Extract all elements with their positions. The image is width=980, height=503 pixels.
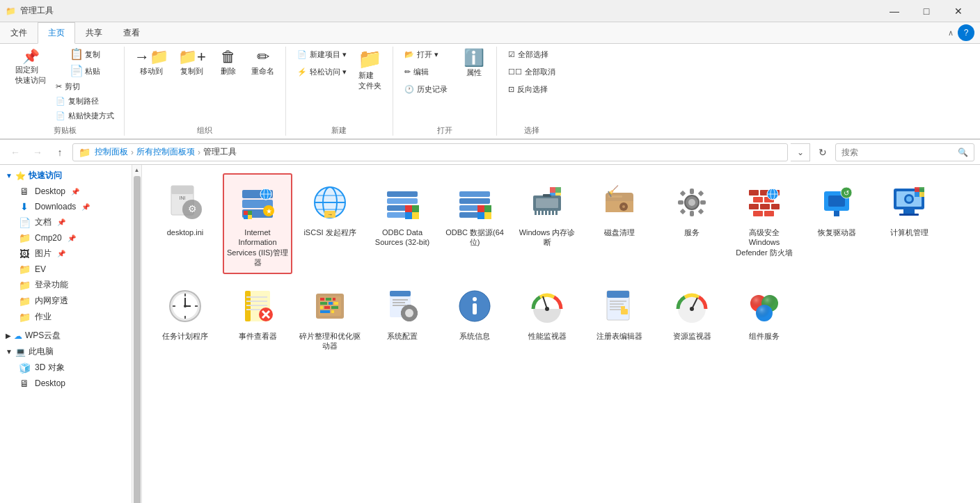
- tab-file[interactable]: 文件: [0, 22, 38, 44]
- ribbon-collapse[interactable]: ∧: [948, 29, 954, 38]
- event-name: 事件查看器: [239, 331, 277, 341]
- file-item-disk-clean[interactable]: 🧹 磁盘清理: [585, 173, 654, 274]
- desktop-ini-name: desktop.ini: [167, 227, 204, 237]
- file-item-defender[interactable]: 高级安全 Windows Defender 防火墙: [729, 173, 799, 274]
- scroll-up-arrow[interactable]: ▲: [132, 165, 142, 175]
- svg-rect-124: [333, 298, 335, 301]
- sidebar-item-3d[interactable]: 🧊 3D 对象: [0, 360, 132, 376]
- help-button[interactable]: ?: [958, 24, 974, 41]
- cut-icon: ✂: [56, 82, 62, 91]
- pin-button[interactable]: 📌 固定到快速访问: [11, 47, 50, 88]
- file-item-defrag[interactable]: 碎片整理和优化驱动器: [295, 277, 365, 358]
- deselect-all-button[interactable]: ☐☐ 全部取消: [503, 64, 561, 80]
- refresh-button[interactable]: ↻: [813, 143, 832, 162]
- back-button[interactable]: ←: [6, 143, 25, 162]
- file-item-odbc32[interactable]: ODBC Data Sources (32-bit): [368, 173, 437, 274]
- tab-view[interactable]: 查看: [113, 22, 150, 44]
- folder-icon: 📁: [79, 147, 90, 158]
- history-button[interactable]: 🕐 历史记录: [399, 81, 453, 97]
- svg-rect-82: [753, 211, 763, 216]
- sidebar-item-desktop[interactable]: 🖥 Desktop 📌: [0, 184, 132, 199]
- easy-access-button[interactable]: ⚡ 轻松访问 ▾: [292, 64, 352, 80]
- svg-rect-34: [459, 198, 490, 204]
- paste-button[interactable]: 📄 粘贴: [52, 63, 118, 79]
- forward-button[interactable]: →: [28, 143, 47, 162]
- sidebar-item-desktop2[interactable]: 🖥 Desktop: [0, 376, 132, 391]
- svg-rect-68: [678, 200, 683, 205]
- file-item-event[interactable]: 事件查看器: [223, 277, 292, 358]
- invert-selection-button[interactable]: ⊡ 反向选择: [503, 81, 561, 97]
- sidebar-3d-label: 3D 对象: [35, 362, 65, 374]
- svg-point-60: [622, 205, 625, 208]
- ribbon-group-open: 📂 打开 ▾ ✏ 编辑 🕐 历史记录 ℹ️ 属性: [393, 47, 497, 136]
- svg-rect-88: [828, 195, 845, 207]
- file-item-sysconfig[interactable]: 系统配置: [368, 277, 437, 358]
- file-item-iis[interactable]: ★ Internet Information Services (IIS)管理器: [223, 173, 292, 274]
- move-to-button[interactable]: →📁 移动到: [130, 47, 173, 79]
- file-item-resource[interactable]: 资源监视器: [657, 277, 727, 358]
- edit-button[interactable]: ✏ 编辑: [399, 64, 453, 80]
- paste-shortcut-button[interactable]: 📄 粘贴快捷方式: [52, 109, 118, 122]
- file-item-component[interactable]: 组件服务: [729, 277, 799, 358]
- minimize-button[interactable]: —: [878, 0, 910, 22]
- sidebar-item-cmp20[interactable]: 📁 Cmp20 📌: [0, 230, 132, 246]
- close-button[interactable]: ✕: [942, 0, 974, 22]
- sidebar-item-downloads[interactable]: ⬇ Downloads 📌: [0, 199, 132, 214]
- cut-button[interactable]: ✂ 剪切: [52, 80, 118, 93]
- sidebar-item-ev[interactable]: 📁 EV: [0, 262, 132, 277]
- file-item-desktop-ini[interactable]: ⚙ INI desktop.ini: [150, 173, 220, 274]
- file-item-memory[interactable]: Windows 内存诊断: [512, 173, 582, 274]
- sidebar-scrollbar[interactable]: ▲ ▼: [132, 165, 142, 503]
- sidebar-item-vpn[interactable]: 📁 内网穿透: [0, 293, 132, 309]
- downloads-icon: ⬇: [18, 201, 31, 212]
- sidebar-item-homework[interactable]: 📁 作业: [0, 309, 132, 325]
- file-item-odbc64[interactable]: ODBC 数据源(64 位): [440, 173, 509, 274]
- collapse-arrow[interactable]: ▼: [6, 172, 13, 179]
- svg-rect-134: [390, 291, 411, 296]
- file-item-computer-mgmt[interactable]: 计算机管理: [874, 173, 944, 274]
- file-item-iscsi[interactable]: → iSCSI 发起程序: [295, 173, 365, 274]
- sidebar-item-pictures[interactable]: 🖼 图片 📌: [0, 246, 132, 262]
- tab-home[interactable]: 主页: [38, 22, 75, 44]
- file-item-sysinfo[interactable]: 系统信息: [440, 277, 509, 358]
- svg-text:★: ★: [266, 207, 272, 215]
- sidebar-login-label: 登录功能: [35, 279, 68, 291]
- tab-share[interactable]: 共享: [75, 22, 113, 44]
- scroll-thumb[interactable]: [134, 176, 141, 503]
- svg-rect-140: [407, 305, 411, 308]
- sidebar-item-documents[interactable]: 📄 文档 📌: [0, 214, 132, 230]
- svg-rect-55: [550, 193, 555, 195]
- svg-rect-151: [607, 291, 629, 298]
- this-pc-collapse-arrow[interactable]: ▼: [6, 348, 13, 356]
- new-folder-button[interactable]: 📁 新建文件夹: [354, 47, 387, 94]
- open-group-label: 打开: [437, 122, 452, 136]
- properties-button[interactable]: ℹ️ 属性: [457, 47, 491, 81]
- address-dropdown[interactable]: ⌄: [791, 143, 810, 161]
- wps-collapse-arrow[interactable]: ▶: [6, 332, 11, 340]
- rename-button[interactable]: ✏ 重命名: [246, 47, 280, 79]
- up-button[interactable]: ↑: [50, 143, 70, 162]
- copy-button[interactable]: 📋 复制: [52, 47, 118, 62]
- perf-name: 性能监视器: [528, 331, 567, 341]
- open-button[interactable]: 📂 打开 ▾: [399, 47, 453, 63]
- file-item-recovery[interactable]: ↺ 恢复驱动器: [802, 173, 871, 274]
- copy-to-button[interactable]: 📁+ 复制到: [174, 47, 210, 79]
- search-input[interactable]: [841, 147, 958, 157]
- svg-rect-143: [415, 311, 418, 315]
- defender-icon: [742, 180, 787, 225]
- select-all-button[interactable]: ☑ 全部选择: [503, 47, 561, 63]
- svg-point-139: [405, 309, 413, 317]
- breadcrumb-item-2[interactable]: 所有控制面板项: [136, 146, 195, 158]
- maximize-button[interactable]: □: [910, 0, 942, 22]
- file-item-services[interactable]: 服务: [657, 173, 727, 274]
- sidebar-item-login[interactable]: 📁 登录功能: [0, 277, 132, 293]
- file-item-task[interactable]: 任务计划程序: [150, 277, 220, 358]
- svg-rect-32: [412, 212, 419, 219]
- file-item-perf[interactable]: 性能监视器: [512, 277, 582, 358]
- delete-button[interactable]: 🗑 删除: [212, 47, 245, 79]
- address-path[interactable]: 📁 控制面板 › 所有控制面板项 › 管理工具: [72, 143, 788, 161]
- copy-path-button[interactable]: 📄 复制路径: [52, 95, 118, 108]
- file-item-regedit[interactable]: 注册表编辑器: [585, 277, 654, 358]
- new-item-button[interactable]: 📄 新建项目 ▾: [292, 47, 352, 63]
- breadcrumb-item-1[interactable]: 控制面板: [95, 146, 128, 158]
